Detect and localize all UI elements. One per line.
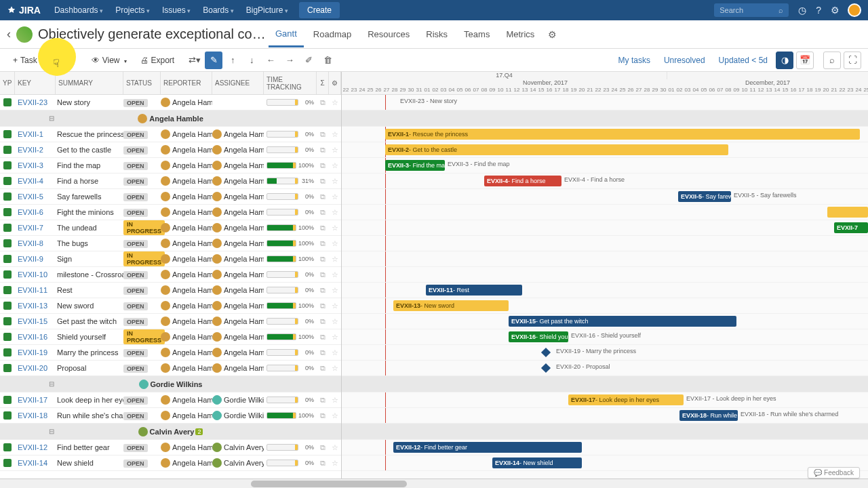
- issue-key[interactable]: EVXII-16: [15, 333, 56, 341]
- gantt-row[interactable]: EVXII-11 - Rest: [342, 283, 868, 298]
- gantt-row[interactable]: EVXII-19 - Marry the princess: [342, 345, 868, 361]
- star-icon[interactable]: ☆: [329, 239, 341, 248]
- task-row[interactable]: EVXII-5Say farewellsOPENAngela HambleAng…: [0, 189, 341, 205]
- nav-item-boards[interactable]: Boards: [197, 1, 239, 19]
- gantt-bar[interactable]: EVXII-16 - Shield yours: [509, 331, 568, 342]
- gantt-row[interactable]: EVXII-20 - Proposal: [342, 361, 868, 376]
- feedback-button[interactable]: 💬 Feedback: [808, 467, 860, 479]
- star-icon[interactable]: ☆: [329, 224, 341, 232]
- star-icon[interactable]: ☆: [329, 302, 341, 310]
- issue-key[interactable]: EVXII-4: [15, 177, 56, 185]
- task-row[interactable]: EVXII-19Marry the princessOPENAngela Ham…: [0, 345, 341, 361]
- tab-roadmap[interactable]: Roadmap: [307, 22, 358, 46]
- link-icon[interactable]: ⧉: [317, 208, 329, 217]
- link-icon[interactable]: ⧉: [317, 270, 329, 279]
- star-icon[interactable]: ☆: [329, 396, 341, 405]
- col-config-icon[interactable]: ⚙: [329, 72, 341, 94]
- nav-item-issues[interactable]: Issues: [157, 1, 196, 19]
- task-row[interactable]: EVXII-11RestOPENAngela HambleAngela Hamb…: [0, 283, 341, 298]
- fullscreen-button[interactable]: ⛶: [844, 52, 861, 69]
- gantt-row[interactable]: EVXII-13 - New sword: [342, 298, 868, 314]
- task-row[interactable]: EVXII-6Fight the minionsOPENAngela Hambl…: [0, 205, 341, 220]
- gantt-row[interactable]: EVXII-7: [342, 220, 868, 236]
- link-icon[interactable]: ⧉: [317, 411, 329, 420]
- task-row[interactable]: EVXII-17Look deep in her eyesOPENAngela …: [0, 392, 341, 408]
- col-reporter[interactable]: REPORTER: [161, 72, 212, 94]
- collapse-icon[interactable]: ⊟: [49, 380, 54, 388]
- delete-button[interactable]: 🗑: [319, 52, 336, 69]
- tab-metrics[interactable]: Metrics: [499, 22, 541, 46]
- gantt-bar[interactable]: EVXII-1 - Rescue the princess: [385, 129, 860, 140]
- search-toolbar-button[interactable]: ⌕: [823, 52, 841, 69]
- notifications-icon[interactable]: ◷: [798, 5, 806, 16]
- tab-gantt[interactable]: Gantt: [269, 22, 304, 47]
- edit-mode-button[interactable]: ✎: [205, 52, 222, 69]
- gantt-row[interactable]: EVXII-3 - Find the mapEVXII-3 - Find the…: [342, 158, 868, 174]
- star-icon[interactable]: ☆: [329, 177, 341, 186]
- issue-key[interactable]: EVXII-23: [15, 98, 56, 106]
- issue-key[interactable]: EVXII-12: [15, 443, 56, 451]
- issue-key[interactable]: EVXII-15: [15, 317, 56, 325]
- tab-teams[interactable]: Teams: [457, 22, 496, 46]
- issue-key[interactable]: EVXII-3: [15, 161, 56, 169]
- back-button[interactable]: ‹: [7, 27, 11, 41]
- star-icon[interactable]: ☆: [329, 348, 341, 357]
- nav-item-projects[interactable]: Projects: [110, 1, 155, 19]
- issue-key[interactable]: EVXII-20: [15, 364, 56, 372]
- move-down-button[interactable]: ↓: [243, 52, 260, 69]
- export-button[interactable]: 🖨 Export: [134, 52, 181, 68]
- task-row[interactable]: EVXII-10milestone - CrossroadsOPENAngela…: [0, 267, 341, 283]
- star-icon[interactable]: ☆: [329, 192, 341, 201]
- issue-key[interactable]: EVXII-2: [15, 146, 56, 154]
- gantt-row[interactable]: EVXII-5 - Say farewEVXII-5 - Say farewel…: [342, 189, 868, 205]
- create-button[interactable]: Create: [299, 2, 340, 18]
- task-row[interactable]: EVXII-3Find the mapOPENAngela HambleAnge…: [0, 158, 341, 174]
- nav-item-bigpicture[interactable]: BigPicture: [241, 1, 294, 19]
- issue-key[interactable]: EVXII-13: [15, 302, 56, 310]
- issue-key[interactable]: EVXII-10: [15, 270, 56, 279]
- gantt-row[interactable]: EVXII-23 - New story: [342, 95, 868, 110]
- gantt-bar[interactable]: EVXII-5 - Say farew: [678, 191, 731, 202]
- col-key[interactable]: KEY: [15, 72, 56, 94]
- task-row[interactable]: EVXII-13New swordOPENAngela HambleAngela…: [0, 298, 341, 314]
- star-icon[interactable]: ☆: [329, 161, 341, 170]
- gantt-bar[interactable]: EVXII-2 - Get to the castle: [385, 144, 728, 155]
- gantt-bar[interactable]: EVXII-3 - Find the map: [385, 160, 445, 171]
- link-icon[interactable]: ⧉: [317, 443, 329, 452]
- calendar-button[interactable]: 📅: [796, 52, 814, 69]
- task-row[interactable]: EVXII-12Find better gearOPENAngela Hambl…: [0, 440, 341, 455]
- star-icon[interactable]: ☆: [329, 333, 341, 342]
- star-icon[interactable]: ☆: [329, 317, 341, 326]
- link-icon[interactable]: ⧉: [317, 192, 329, 201]
- star-icon[interactable]: ☆: [329, 208, 341, 217]
- gantt-row[interactable]: EVXII-4 - Find a horseEVXII-4 - Find a h…: [342, 174, 868, 189]
- filter-mytasks[interactable]: My tasks: [613, 53, 656, 68]
- task-row[interactable]: EVXII-9SignIN PROGRESSAngela HambleAngel…: [0, 251, 341, 267]
- move-up-button[interactable]: ↑: [224, 52, 241, 69]
- gantt-bar[interactable]: EVXII-17 - Look deep in her eyes: [568, 394, 684, 405]
- star-icon[interactable]: ☆: [329, 255, 341, 264]
- link-icon[interactable]: ⧉: [317, 348, 329, 357]
- star-icon[interactable]: ☆: [329, 130, 341, 139]
- group-row[interactable]: ⊟ Calvin Avery2: [0, 424, 341, 440]
- gantt-row[interactable]: [342, 236, 868, 251]
- layout-infobar-button[interactable]: ◑: [776, 52, 793, 69]
- link-icon[interactable]: ⧉: [317, 333, 329, 342]
- task-row[interactable]: EVXII-8The bugsOPENAngela HambleAngela H…: [0, 236, 341, 251]
- issue-key[interactable]: EVXII-9: [15, 255, 56, 263]
- gantt-row[interactable]: [342, 267, 868, 283]
- group-row[interactable]: ⊟ Angela Hamble: [0, 110, 341, 127]
- search-input[interactable]: Search⌕: [714, 3, 789, 17]
- col-sigma[interactable]: Σ: [317, 72, 329, 94]
- star-icon[interactable]: ☆: [329, 98, 341, 107]
- jira-logo[interactable]: JIRA: [7, 5, 41, 16]
- gantt-bar[interactable]: EVXII-18 - Run while sh: [679, 410, 738, 421]
- star-icon[interactable]: ☆: [329, 459, 341, 468]
- indent-button[interactable]: →: [281, 52, 298, 69]
- settings-icon[interactable]: ⚙: [831, 5, 840, 16]
- task-row[interactable]: EVXII-14New shieldOPENAngela HambleCalvi…: [0, 455, 341, 471]
- gantt-bar[interactable]: EVXII-11 - Rest: [426, 285, 522, 296]
- link-icon[interactable]: ⧉: [317, 364, 329, 373]
- link-icon[interactable]: ⧉: [317, 130, 329, 139]
- gantt-row[interactable]: EVXII-2 - Get to the castle: [342, 142, 868, 158]
